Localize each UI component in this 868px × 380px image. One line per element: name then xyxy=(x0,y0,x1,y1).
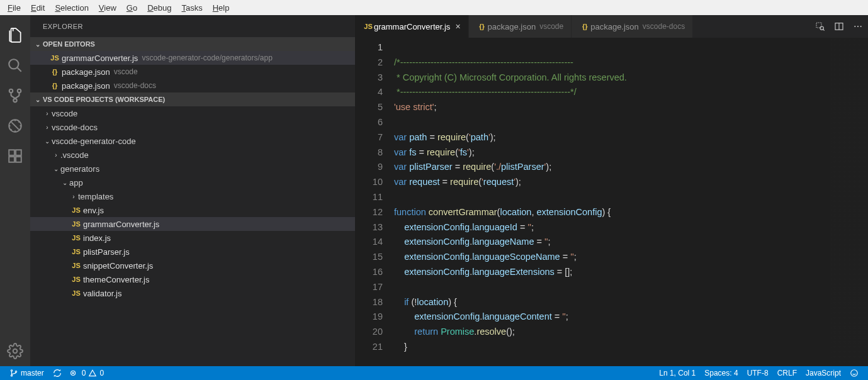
file-label: env.js xyxy=(83,206,104,215)
code-content[interactable]: /*--------------------------------------… xyxy=(394,38,868,366)
folder-label: vscode-generator-code xyxy=(52,137,136,146)
git-branch[interactable]: master xyxy=(5,369,48,377)
open-editor-item[interactable]: ×JSgrammarConverter.jsvscode-generator-c… xyxy=(30,51,355,65)
tree-file[interactable]: JSindex.js xyxy=(30,231,355,245)
svg-point-11 xyxy=(13,349,18,354)
open-editor-item[interactable]: ×{}package.jsonvscode xyxy=(30,65,355,79)
svg-point-19 xyxy=(860,26,862,27)
chevron-icon: ⌄ xyxy=(60,179,69,186)
editor-tab[interactable]: {}package.jsonvscode xyxy=(469,15,572,38)
sync-button[interactable] xyxy=(48,369,66,377)
menu-help[interactable]: Help xyxy=(208,3,235,13)
search-icon[interactable] xyxy=(0,50,30,81)
tab-label: package.json xyxy=(590,22,639,31)
tab-label: package.json xyxy=(488,22,536,31)
json-file-icon: {} xyxy=(579,23,590,30)
open-editors-header[interactable]: ⌄ OPEN EDITORS xyxy=(30,37,355,51)
line-gutter: 123456789101112131415161718192021 xyxy=(355,38,394,366)
language-mode-button[interactable]: JavaScript xyxy=(801,369,845,377)
js-file-icon: JS xyxy=(48,54,62,62)
tree-folder[interactable]: ›templates xyxy=(30,189,355,203)
svg-rect-8 xyxy=(9,157,14,162)
svg-rect-9 xyxy=(16,157,21,162)
svg-point-17 xyxy=(854,26,855,27)
tree-file[interactable]: JSplistParser.js xyxy=(30,245,355,259)
menu-file[interactable]: File xyxy=(3,3,26,13)
menu-bar: FileEditSelectionViewGoDebugTasksHelp xyxy=(0,0,868,15)
tree-folder[interactable]: ⌄app xyxy=(30,176,355,189)
extensions-icon[interactable] xyxy=(0,141,30,171)
workspace-header[interactable]: ⌄ VS CODE PROJECTS (WORKSPACE) xyxy=(30,92,355,106)
tree-file[interactable]: JSthemeConverter.js xyxy=(30,272,355,286)
tab-label: grammarConverter.js xyxy=(374,22,450,31)
editor-tab[interactable]: JSgrammarConverter.js× xyxy=(355,15,469,38)
warning-count: 0 xyxy=(99,369,104,377)
menu-selection[interactable]: Selection xyxy=(50,3,93,13)
open-editors-label: OPEN EDITORS xyxy=(43,40,95,48)
indent-button[interactable]: Spaces: 4 xyxy=(700,369,742,377)
tree-folder[interactable]: ⌄generators xyxy=(30,162,355,176)
chevron-icon: › xyxy=(43,110,52,117)
tree-file[interactable]: JSsnippetConverter.js xyxy=(30,259,355,272)
file-name: grammarConverter.js xyxy=(62,53,138,63)
file-path: vscode-generator-code/generators/app xyxy=(142,53,272,62)
file-path: vscode-docs xyxy=(114,81,156,90)
branch-name: master xyxy=(21,369,44,377)
error-count: 0 xyxy=(82,369,86,377)
svg-point-26 xyxy=(851,370,858,377)
folder-label: vscode-docs xyxy=(52,123,98,132)
cursor-position[interactable]: Ln 1, Col 1 xyxy=(655,369,700,377)
svg-point-20 xyxy=(11,370,12,371)
js-file-icon: JS xyxy=(69,234,83,242)
close-icon[interactable]: × xyxy=(455,21,460,31)
encoding-button[interactable]: UTF-8 xyxy=(743,369,773,377)
editor-area: JSgrammarConverter.js×{}package.jsonvsco… xyxy=(355,15,868,366)
svg-point-21 xyxy=(11,375,12,376)
minimap[interactable] xyxy=(830,38,868,366)
tree-folder[interactable]: ›vscode xyxy=(30,106,355,120)
file-label: grammarConverter.js xyxy=(83,220,159,229)
js-file-icon: JS xyxy=(69,262,83,269)
menu-debug[interactable]: Debug xyxy=(142,3,176,13)
chevron-icon: › xyxy=(43,124,52,131)
open-editor-item[interactable]: ×{}package.jsonvscode-docs xyxy=(30,79,355,92)
menu-go[interactable]: Go xyxy=(121,3,142,13)
svg-point-18 xyxy=(857,26,859,27)
debug-icon[interactable] xyxy=(0,111,30,141)
js-file-icon: JS xyxy=(69,220,83,228)
folder-label: app xyxy=(69,178,83,187)
editor-tab[interactable]: {}package.jsonvscode-docs xyxy=(572,15,693,38)
more-actions-icon[interactable] xyxy=(853,21,863,31)
file-name: package.json xyxy=(62,67,110,77)
feedback-icon[interactable] xyxy=(845,369,863,377)
file-label: validator.js xyxy=(83,289,121,298)
file-path: vscode xyxy=(114,67,138,76)
settings-gear-icon[interactable] xyxy=(0,336,30,366)
menu-view[interactable]: View xyxy=(94,3,121,13)
find-references-icon[interactable] xyxy=(815,21,825,31)
eol-button[interactable]: CRLF xyxy=(773,369,801,377)
tree-file[interactable]: JSvalidator.js xyxy=(30,286,355,300)
folder-label: generators xyxy=(60,164,99,174)
json-file-icon: {} xyxy=(48,68,62,75)
problems-button[interactable]: 0 0 xyxy=(66,369,108,377)
svg-point-2 xyxy=(9,89,13,92)
tree-folder[interactable]: ›vscode-docs xyxy=(30,120,355,134)
js-file-icon: JS xyxy=(69,289,83,297)
file-label: index.js xyxy=(83,233,111,243)
sidebar-explorer: EXPLORER ⌄ OPEN EDITORS ×JSgrammarConver… xyxy=(30,15,355,366)
split-editor-icon[interactable] xyxy=(834,21,844,31)
tree-file[interactable]: JSgrammarConverter.js xyxy=(30,217,355,231)
js-file-icon: JS xyxy=(69,276,83,283)
editor-body[interactable]: 123456789101112131415161718192021 /*----… xyxy=(355,38,868,366)
menu-edit[interactable]: Edit xyxy=(26,3,50,13)
tree-folder[interactable]: ⌄vscode-generator-code xyxy=(30,134,355,148)
explorer-icon[interactable] xyxy=(0,20,30,50)
menu-tasks[interactable]: Tasks xyxy=(176,3,207,13)
file-name: package.json xyxy=(62,81,110,91)
tree-file[interactable]: JSenv.js xyxy=(30,203,355,217)
source-control-icon[interactable] xyxy=(0,81,30,111)
tree-folder[interactable]: ›.vscode xyxy=(30,148,355,162)
js-file-icon: JS xyxy=(363,23,374,30)
svg-line-1 xyxy=(17,67,21,72)
